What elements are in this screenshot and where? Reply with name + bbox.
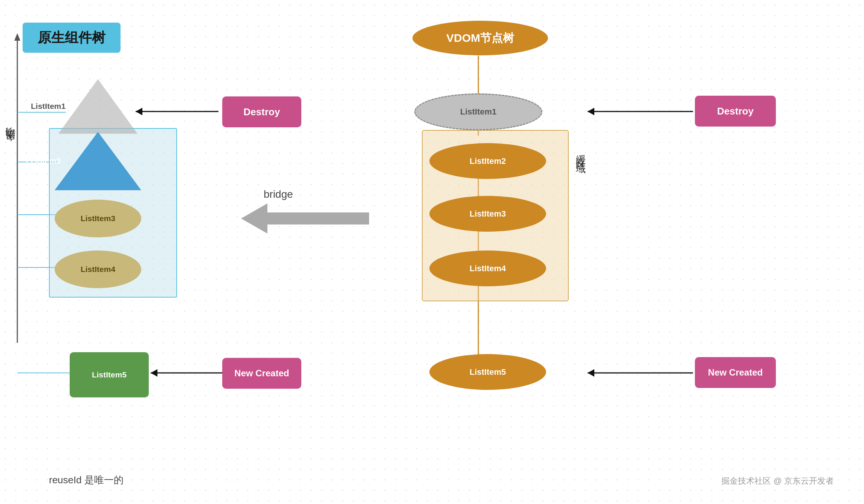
svg-marker-26	[588, 369, 594, 377]
svg-marker-24	[588, 108, 594, 115]
destroy-box-right: Destroy	[695, 96, 776, 127]
destroy-box-left: Destroy	[222, 96, 301, 127]
listitem4-left: ListItem4	[55, 250, 141, 288]
listitem3-left-label: ListItem3	[81, 214, 115, 223]
destroy-label-left: Destroy	[244, 106, 280, 118]
scroll-label: 向上滑动	[3, 143, 16, 149]
vdom-title: VDOM节点树	[446, 31, 514, 46]
svg-marker-12	[241, 203, 267, 234]
new-created-label-right: New Created	[708, 367, 763, 378]
new-created-label-left: New Created	[234, 368, 289, 379]
listitem5-left: ListItem5	[70, 352, 149, 397]
listitem2-left-label: ListItem2	[26, 156, 61, 165]
vdom-listitem3-label: ListItem3	[470, 209, 506, 219]
svg-marker-10	[151, 369, 157, 377]
vdom-title-ellipse: VDOM节点树	[412, 21, 548, 55]
listitem1-left: ListItem1	[58, 79, 137, 134]
listitem4-left-label: ListItem4	[81, 265, 115, 274]
vdom-listitem1-label: ListItem1	[460, 107, 497, 117]
vdom-listitem2-label: ListItem2	[470, 156, 506, 166]
new-created-box-left: New Created	[222, 358, 301, 389]
footer-left: reuseId 是唯一的	[49, 473, 124, 487]
vdom-listitem4-label: ListItem4	[470, 264, 506, 273]
new-created-box-right: New Created	[695, 357, 776, 388]
vdom-listitem1: ListItem1	[414, 93, 542, 130]
listitem3-left: ListItem3	[55, 200, 141, 237]
footer-right: 掘金技术社区 @ 京东云开发者	[721, 475, 834, 487]
vdom-listitem4: ListItem4	[429, 250, 546, 286]
left-title: 原生组件树	[38, 29, 105, 47]
svg-marker-1	[14, 33, 20, 41]
vdom-listitem3: ListItem3	[429, 196, 546, 232]
destroy-label-right: Destroy	[717, 105, 754, 117]
vdom-listitem2: ListItem2	[429, 143, 546, 179]
vdom-listitem5: ListItem5	[429, 354, 546, 390]
vdom-listitem5-label: ListItem5	[470, 367, 506, 377]
listitem2-left: ListItem2	[55, 132, 141, 190]
bridge-label: bridge	[264, 188, 293, 200]
listitem5-left-label: ListItem5	[92, 370, 127, 379]
diagram-container: 原生组件树 向上滑动 ListItem1 ListItem2 ListItem3…	[0, 0, 864, 504]
left-title-box: 原生组件树	[23, 23, 121, 53]
cache-label: 缓存区域	[574, 147, 588, 159]
listitem1-left-label: ListItem1	[31, 102, 66, 111]
